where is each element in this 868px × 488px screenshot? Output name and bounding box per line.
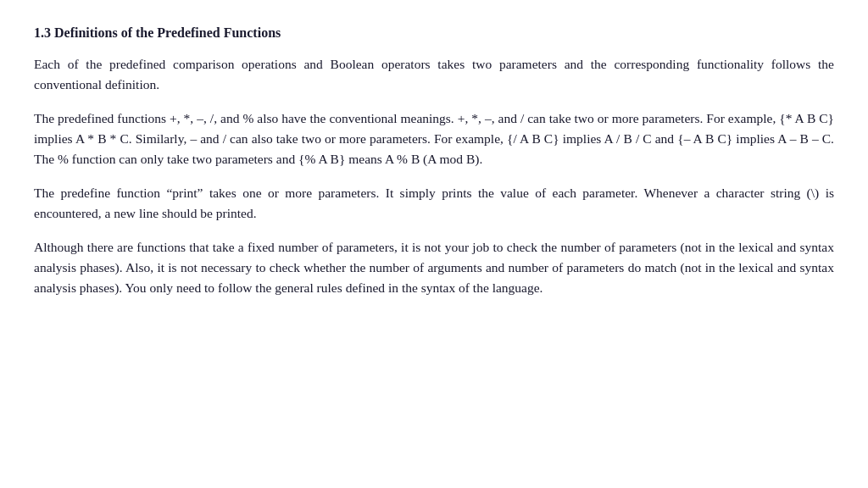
- section-heading: 1.3 Definitions of the Predefined Functi…: [34, 25, 834, 41]
- page-container: 1.3 Definitions of the Predefined Functi…: [0, 0, 868, 488]
- paragraph-2: The predefined functions +, *, –, /, and…: [34, 108, 834, 169]
- paragraph-1: Each of the predefined comparison operat…: [34, 54, 834, 95]
- paragraph-3: The predefine function “print” takes one…: [34, 183, 834, 224]
- paragraph-4: Although there are functions that take a…: [34, 237, 834, 298]
